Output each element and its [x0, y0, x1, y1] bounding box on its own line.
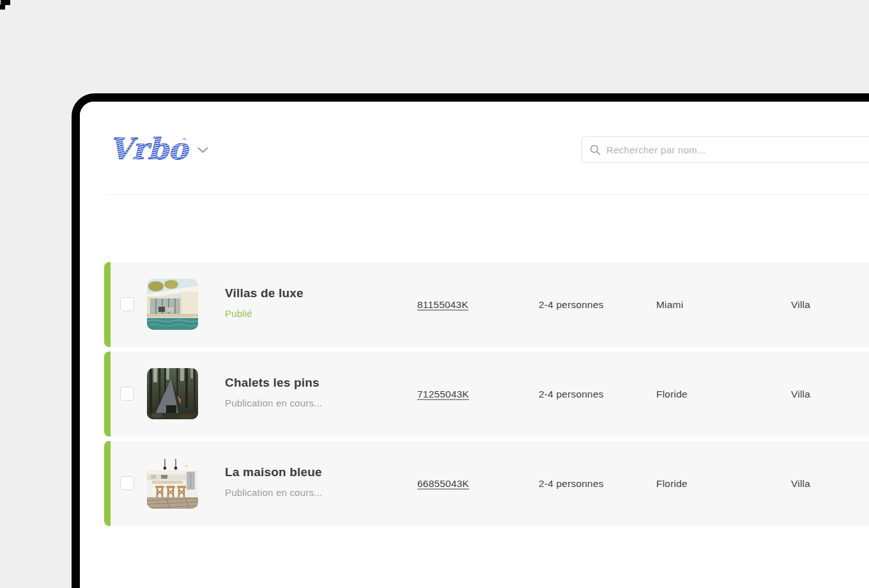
listing-id-link[interactable]: 71255043K — [417, 388, 469, 399]
listing-info: La maison bleue Publication en cours... — [225, 464, 322, 499]
listing-location: Floride — [656, 388, 688, 399]
brand-logo-group[interactable]: Vrbo ™ — [109, 131, 208, 167]
listing-info: Chalets les pins Publication en cours... — [225, 375, 322, 410]
page-corner-decoration — [0, 0, 13, 10]
row-select-checkbox[interactable] — [120, 476, 134, 490]
row-accent-bar — [104, 352, 111, 437]
app-window: Vrbo ™ — [72, 93, 869, 588]
listing-location: Miami — [656, 298, 683, 310]
listing-id-link[interactable]: 81155043K — [417, 298, 468, 310]
header-divider — [104, 194, 869, 195]
listing-type: Villa — [791, 388, 810, 399]
listing-type: Villa — [791, 477, 810, 489]
trademark-symbol: ™ — [181, 137, 187, 144]
search-input[interactable] — [606, 144, 869, 155]
listing-capacity: 2-4 personnes — [539, 388, 604, 399]
listing-location: Floride — [656, 477, 688, 489]
listing-title: Chalets les pins — [225, 375, 322, 391]
listing-thumbnail-cabin-forest[interactable] — [147, 368, 198, 419]
app-window-content: Vrbo ™ — [80, 102, 869, 588]
listing-info: Villas de luxe Publié — [225, 285, 304, 320]
listing-status: Publication en cours... — [225, 486, 322, 499]
listing-type: Villa — [791, 298, 810, 310]
row-accent-bar — [104, 441, 111, 526]
app-header: Vrbo ™ — [80, 102, 869, 194]
listing-status: Publication en cours... — [225, 397, 322, 410]
row-select-checkbox[interactable] — [120, 297, 134, 311]
listing-capacity: 2-4 personnes — [539, 298, 604, 310]
listings-list: Villas de luxe Publié 81155043K 2-4 pers… — [104, 262, 869, 530]
listing-title: La maison bleue — [225, 464, 322, 481]
listing-thumbnail-kitchen-interior[interactable] — [147, 458, 198, 509]
vrbo-logo-text: Vrbo — [109, 132, 190, 166]
listing-id-link[interactable]: 66855043K — [417, 477, 469, 489]
search-box[interactable] — [581, 136, 869, 163]
search-icon — [590, 144, 601, 155]
listing-row[interactable]: La maison bleue Publication en cours... … — [104, 441, 869, 526]
chevron-down-icon[interactable] — [197, 147, 208, 153]
listing-capacity: 2-4 personnes — [539, 477, 604, 489]
vrbo-logo: Vrbo ™ — [109, 131, 191, 167]
row-select-checkbox[interactable] — [120, 387, 134, 401]
listing-row[interactable]: Chalets les pins Publication en cours...… — [104, 352, 869, 437]
listing-row[interactable]: Villas de luxe Publié 81155043K 2-4 pers… — [104, 262, 869, 347]
listing-title: Villas de luxe — [225, 285, 304, 302]
listing-thumbnail-villa-pool[interactable] — [147, 279, 198, 330]
listing-status: Publié — [225, 307, 304, 320]
row-accent-bar — [104, 262, 111, 347]
